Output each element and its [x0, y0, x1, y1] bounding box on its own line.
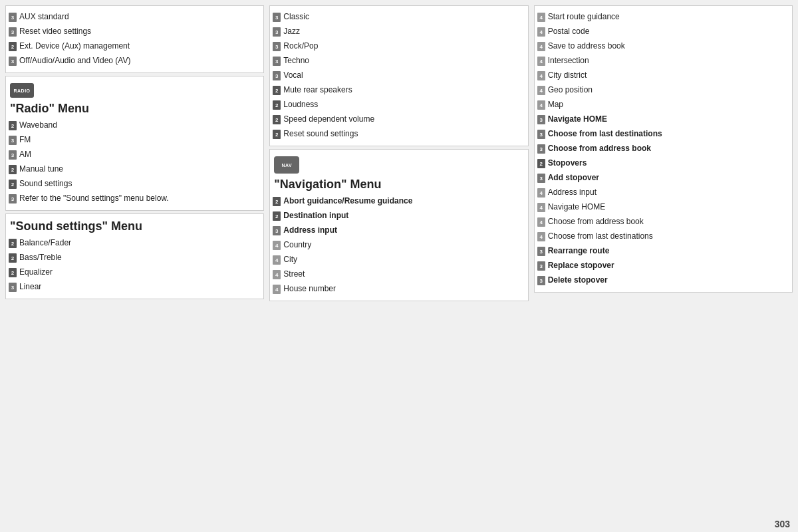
text-choose-addr-book-2: Choose from address book [548, 217, 644, 227]
badge-4: 4 [537, 86, 545, 95]
badge-3: 3 [273, 57, 281, 66]
text-delete-stopover: Delete stopover [548, 275, 608, 286]
text-fm: FM [19, 135, 31, 146]
text-reset-video: Reset video settings [19, 27, 91, 37]
text-choose-addr-book-1: Choose from address book [548, 144, 651, 154]
item-rearrange-route: 3 Rearrange route [535, 244, 792, 259]
text-country: Country [283, 240, 311, 251]
sound-title: "Sound settings" Menu [6, 218, 263, 236]
badge-2: 2 [9, 239, 17, 248]
text-classic: Classic [283, 12, 309, 23]
panel-av: 3 AUX standard 3 Reset video settings 2 … [5, 5, 264, 73]
badge-3: 3 [537, 130, 545, 139]
panel-eq-genres: 3 Classic 3 Jazz 3 Rock/Pop 3 Techno 3 [269, 5, 528, 146]
badge-2: 2 [537, 159, 545, 168]
footer: 303 [0, 517, 798, 532]
text-off-audio: Off/Audio/Audio and Video (AV) [19, 56, 130, 66]
text-jazz: Jazz [283, 27, 300, 37]
badge-4: 4 [273, 241, 281, 250]
nav-icon: NAV [274, 156, 299, 174]
item-dest-input: 2 Destination input [270, 209, 527, 223]
badge-3: 3 [537, 174, 545, 183]
text-speed-vol: Speed dependent volume [283, 114, 374, 125]
text-intersection: Intersection [548, 56, 589, 66]
text-dest-input: Destination input [283, 211, 348, 221]
badge-2: 2 [273, 211, 281, 221]
badge-3: 3 [273, 13, 281, 22]
column-1: 3 AUX standard 3 Reset video settings 2 … [5, 5, 264, 517]
item-fm: 3 FM [6, 133, 263, 148]
item-delete-stopover: 3 Delete stopover [535, 273, 792, 288]
text-bass-treble: Bass/Treble [19, 253, 62, 263]
badge-3: 3 [273, 71, 281, 80]
text-abort-guidance: Abort guidance/Resume guidance [283, 196, 412, 207]
text-vocal: Vocal [283, 70, 303, 81]
text-waveband: Waveband [19, 120, 57, 131]
text-ext-device: Ext. Device (Aux) management [19, 41, 130, 52]
page: 3 AUX standard 3 Reset video settings 2 … [0, 0, 798, 532]
text-save-address-book: Save to address book [548, 41, 625, 52]
item-speed-vol: 2 Speed dependent volume [270, 112, 527, 127]
radio-title: "Radio" Menu [6, 100, 263, 118]
item-jazz: 3 Jazz [270, 25, 527, 39]
badge-3: 3 [9, 27, 17, 37]
text-balance-fader: Balance/Fader [19, 238, 71, 249]
item-replace-stopover: 3 Replace stopover [535, 259, 792, 273]
panel-nav-options: 4 Start route guidance 4 Postal code 4 S… [534, 5, 793, 293]
item-manual-tune: 2 Manual tune [6, 162, 263, 177]
text-postal-code: Postal code [548, 27, 590, 37]
item-postal-code: 4 Postal code [535, 25, 792, 39]
badge-3: 3 [537, 247, 545, 256]
item-rock-pop: 3 Rock/Pop [270, 39, 527, 54]
badge-3: 3 [9, 136, 17, 145]
item-map: 4 Map [535, 98, 792, 112]
item-start-route: 4 Start route guidance [535, 10, 792, 25]
text-navigate-home-1: Navigate HOME [548, 114, 607, 125]
item-city: 4 City [270, 253, 527, 267]
badge-2: 2 [9, 180, 17, 189]
item-house-number: 4 House number [270, 282, 527, 297]
badge-2: 2 [9, 253, 17, 263]
item-waveband: 2 Waveband [6, 118, 263, 133]
text-stopovers: Stopovers [548, 158, 587, 169]
badge-3: 3 [9, 194, 17, 203]
text-city-district: City district [548, 70, 587, 81]
badge-3: 3 [537, 115, 545, 124]
text-city: City [283, 255, 297, 265]
badge-3: 3 [273, 226, 281, 235]
text-address-input-2: Address input [548, 188, 597, 198]
item-reset-sound: 2 Reset sound settings [270, 127, 527, 142]
badge-3: 3 [9, 13, 17, 22]
badge-4: 4 [537, 203, 545, 212]
text-loudness: Loudness [283, 100, 318, 110]
badge-2: 2 [273, 86, 281, 95]
item-aux-standard: 3 AUX standard [6, 10, 263, 25]
columns-container: 3 AUX standard 3 Reset video settings 2 … [0, 0, 798, 517]
page-number: 303 [775, 519, 790, 529]
badge-2: 2 [273, 130, 281, 139]
text-reset-sound: Reset sound settings [283, 129, 358, 140]
badge-4: 4 [273, 285, 281, 294]
text-choose-last-dest-2: Choose from last destinations [548, 231, 653, 242]
text-techno: Techno [283, 56, 309, 66]
text-aux-standard: AUX standard [19, 12, 69, 23]
item-classic: 3 Classic [270, 10, 527, 25]
item-refer-sound: 3 Refer to the "Sound settings" menu bel… [6, 192, 263, 206]
radio-icon: RADIO [10, 83, 34, 98]
text-refer-sound: Refer to the "Sound settings" menu below… [19, 194, 169, 204]
badge-4: 4 [537, 13, 545, 22]
badge-2: 2 [273, 115, 281, 124]
item-geo-position: 4 Geo position [535, 83, 792, 98]
nav-title: "Navigation" Menu [270, 176, 527, 194]
badge-4: 4 [537, 27, 545, 37]
text-street: Street [283, 269, 305, 280]
text-add-stopover: Add stopover [548, 173, 599, 184]
badge-4: 4 [273, 255, 281, 265]
panel-radio: RADIO "Radio" Menu 2 Waveband 3 FM 3 AM … [5, 76, 264, 211]
column-2: 3 Classic 3 Jazz 3 Rock/Pop 3 Techno 3 [269, 5, 528, 517]
item-linear: 3 Linear [6, 280, 263, 295]
item-address-input-2: 4 Address input [535, 186, 792, 200]
text-house-number: House number [283, 284, 336, 295]
text-am: AM [19, 150, 31, 160]
text-address-input: Address input [283, 225, 337, 236]
